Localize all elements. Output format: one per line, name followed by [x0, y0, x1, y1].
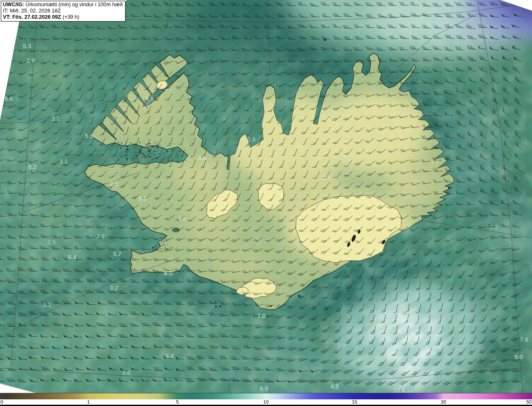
svg-text:5.0: 5.0	[515, 354, 523, 360]
svg-text:1: 1	[87, 399, 90, 404]
svg-text:4.6: 4.6	[178, 216, 186, 223]
svg-text:0: 0	[0, 399, 3, 404]
svg-text:2.0: 2.0	[253, 287, 261, 294]
svg-text:3.1: 3.1	[59, 158, 68, 165]
svg-text:2.5: 2.5	[47, 239, 56, 245]
svg-text:4.3: 4.3	[330, 383, 339, 390]
svg-text:3.1: 3.1	[43, 301, 51, 308]
svg-text:3.8: 3.8	[247, 136, 256, 143]
svg-text:6.0: 6.0	[164, 270, 172, 276]
svg-text:30: 30	[441, 399, 446, 404]
svg-text:6.0: 6.0	[399, 329, 407, 335]
svg-text:1.1: 1.1	[296, 142, 305, 149]
svg-text:2.9: 2.9	[96, 233, 105, 240]
svg-text:6.9: 6.9	[260, 385, 268, 392]
svg-text:2.8: 2.8	[323, 174, 331, 181]
svg-text:4.5: 4.5	[145, 95, 154, 102]
svg-text:2.5: 2.5	[110, 181, 118, 187]
svg-text:10.4: 10.4	[393, 387, 405, 394]
svg-text:15: 15	[352, 399, 357, 404]
svg-text:3.2: 3.2	[110, 285, 118, 291]
svg-text:1.5: 1.5	[214, 204, 222, 211]
svg-text:5.3: 5.3	[23, 43, 31, 49]
svg-text:3.4: 3.4	[165, 352, 174, 359]
svg-text:50: 50	[526, 399, 532, 404]
svg-text:0.9: 0.9	[315, 203, 324, 210]
svg-text:5.4: 5.4	[68, 254, 76, 261]
svg-text:1.0: 1.0	[264, 192, 272, 198]
svg-text:5.5: 5.5	[85, 132, 93, 139]
svg-text:2.3: 2.3	[490, 224, 498, 230]
svg-text:7.6: 7.6	[520, 336, 528, 343]
svg-text:6.2: 6.2	[28, 164, 37, 170]
svg-text:10: 10	[264, 399, 269, 404]
svg-text:5: 5	[176, 399, 179, 404]
svg-text:7.7: 7.7	[337, 342, 346, 349]
svg-text:1.3: 1.3	[431, 159, 439, 165]
svg-text:3.2: 3.2	[52, 115, 60, 122]
svg-text:1.5: 1.5	[350, 250, 358, 257]
svg-text:3.4: 3.4	[122, 369, 130, 376]
svg-text:5.7: 5.7	[113, 251, 121, 257]
svg-text:5.8: 5.8	[138, 195, 147, 202]
svg-text:2.9: 2.9	[27, 57, 35, 64]
svg-text:7.0: 7.0	[257, 313, 266, 319]
svg-text:4.6: 4.6	[198, 155, 206, 161]
svg-text:5.6: 5.6	[5, 95, 13, 102]
